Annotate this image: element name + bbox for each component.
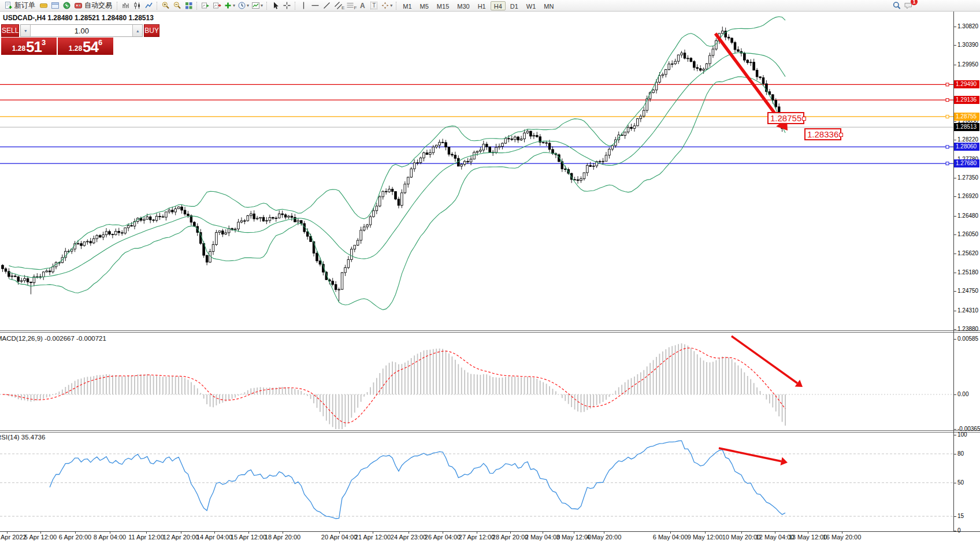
price-axis-tick-label: 1.24750 <box>957 288 978 295</box>
drawing-tools-group: E F A T <box>298 0 394 12</box>
autotrading-label[interactable]: 自动交易 <box>84 1 112 10</box>
macd-indicator-pane[interactable] <box>0 333 953 430</box>
timeframe-W1[interactable]: W1 <box>523 1 540 10</box>
tile-windows-icon[interactable] <box>183 1 194 11</box>
time-axis-tick <box>842 532 842 534</box>
candlestick-chart-icon[interactable] <box>131 1 143 11</box>
sell-price-prefix: 1.28 <box>12 43 25 54</box>
buy-button[interactable]: BUY <box>144 24 159 37</box>
news-icon[interactable] <box>61 1 72 11</box>
one-click-trading-panel: SELL ▾ ▴ BUY 1.28513 1.28546 <box>1 24 113 55</box>
sell-button[interactable]: SELL <box>1 24 19 37</box>
time-axis-tick <box>7 532 8 534</box>
price-axis-tick <box>953 65 956 65</box>
trend-arrow[interactable] <box>719 448 781 461</box>
buy-price-display[interactable]: 1.28546 <box>58 38 113 55</box>
price-level-badge: 1.28755 <box>954 113 979 121</box>
time-axis-label: 14 Apr 04:00 <box>196 534 232 541</box>
main-price-chart[interactable] <box>0 12 953 330</box>
volume-input[interactable] <box>31 25 132 36</box>
time-axis-label: 8 Apr 04:00 <box>94 534 126 541</box>
auto-scroll-icon[interactable] <box>199 1 211 11</box>
price-axis-tick-label: 1.25620 <box>957 250 978 257</box>
level-line-handle[interactable] <box>946 162 949 165</box>
buy-price-prefix: 1.28 <box>69 43 82 54</box>
price-axis-tick <box>953 178 956 178</box>
chart-shift-icon[interactable] <box>211 1 222 11</box>
autotrading-icon[interactable] <box>72 1 84 11</box>
time-axis-line[interactable] <box>0 531 980 532</box>
time-axis-tick <box>214 532 215 534</box>
line-chart-icon[interactable] <box>143 1 154 11</box>
mt4-window: 新订单 自动交易 <box>0 0 980 544</box>
level-line-handle[interactable] <box>946 115 949 118</box>
timeframe-M15[interactable]: M15 <box>433 1 452 10</box>
cursor-icon[interactable] <box>269 1 281 11</box>
text-icon[interactable]: A <box>357 1 368 11</box>
level-line-handle[interactable] <box>946 83 949 86</box>
timeframe-D1[interactable]: D1 <box>507 1 522 10</box>
crosshair-icon[interactable] <box>281 1 292 11</box>
periods-icon[interactable] <box>236 1 250 11</box>
rsi-pane-splitter[interactable] <box>0 430 980 433</box>
volume-decrease-button[interactable]: ▾ <box>21 25 31 36</box>
bollinger-lower-band <box>9 77 785 310</box>
horizontal-line-icon[interactable] <box>309 1 321 11</box>
zoom-out-icon[interactable] <box>171 1 183 11</box>
time-axis-tick <box>248 532 249 534</box>
volume-increase-button[interactable]: ▴ <box>132 25 142 36</box>
time-axis-label: 18 Apr 20:00 <box>265 534 300 541</box>
time-axis-tick <box>604 532 604 534</box>
trendline-icon[interactable] <box>321 1 332 11</box>
rsi-axis-tick <box>953 516 956 517</box>
trend-arrow-head <box>781 457 788 465</box>
indicators-add-icon[interactable] <box>222 1 236 11</box>
level-line-handle[interactable] <box>946 99 949 102</box>
macd-histogram <box>3 344 786 429</box>
data-window-icon[interactable] <box>49 1 61 11</box>
templates-icon[interactable] <box>250 1 264 11</box>
time-axis-tick <box>146 532 147 534</box>
price-callout[interactable]: 1.28755 <box>767 112 804 124</box>
price-callout[interactable]: 1.28336 <box>804 128 841 140</box>
macd-pane-splitter[interactable] <box>0 330 980 333</box>
cursor-group <box>269 0 292 12</box>
price-axis-tick <box>953 311 956 311</box>
timeframe-M5[interactable]: M5 <box>417 1 432 10</box>
time-axis-label: 27 Apr 12:00 <box>459 534 495 541</box>
chart-control-group <box>199 0 264 12</box>
new-order-icon[interactable] <box>2 1 14 11</box>
notifications-icon[interactable]: 1 <box>903 1 914 11</box>
timeframe-H1[interactable]: H1 <box>474 1 489 10</box>
macd-axis-tick <box>953 429 956 430</box>
timeframe-H4[interactable]: H4 <box>491 1 506 10</box>
toolbar-separator <box>266 2 267 10</box>
price-axis-tick <box>953 45 956 46</box>
level-line-handle[interactable] <box>946 146 949 148</box>
price-axis-tick-label: 1.23880 <box>957 326 978 333</box>
zoom-in-icon[interactable] <box>159 1 171 11</box>
price-axis-tick-label: 1.24310 <box>957 307 978 314</box>
new-order-label[interactable]: 新订单 <box>14 1 35 10</box>
rsi-indicator-pane[interactable] <box>0 433 953 531</box>
arrows-icon[interactable] <box>380 1 394 11</box>
price-axis-tick-label: 1.30390 <box>957 42 978 49</box>
price-axis-tick-label: 1.27350 <box>957 174 978 181</box>
rsi-line <box>50 441 785 519</box>
toolbar-standard-group: 新订单 自动交易 <box>2 0 114 12</box>
timeframe-MN[interactable]: MN <box>540 1 557 10</box>
text-label-icon[interactable]: T <box>370 2 377 9</box>
trend-arrow[interactable] <box>715 33 781 122</box>
timeframe-M1[interactable]: M1 <box>399 1 415 10</box>
time-axis-tick <box>808 532 808 534</box>
timeframe-M30[interactable]: M30 <box>454 1 473 10</box>
metaeditor-icon[interactable] <box>38 1 49 11</box>
price-axis-tick-label: 1.29950 <box>957 61 978 68</box>
sell-price-display[interactable]: 1.28513 <box>1 38 57 55</box>
vertical-line-icon[interactable] <box>298 1 309 11</box>
time-axis-label: 24 Apr 23:00 <box>391 534 426 541</box>
price-axis-tick <box>953 291 956 292</box>
search-icon[interactable] <box>891 1 903 11</box>
time-axis-tick <box>339 532 340 534</box>
bar-chart-icon[interactable] <box>120 1 131 11</box>
